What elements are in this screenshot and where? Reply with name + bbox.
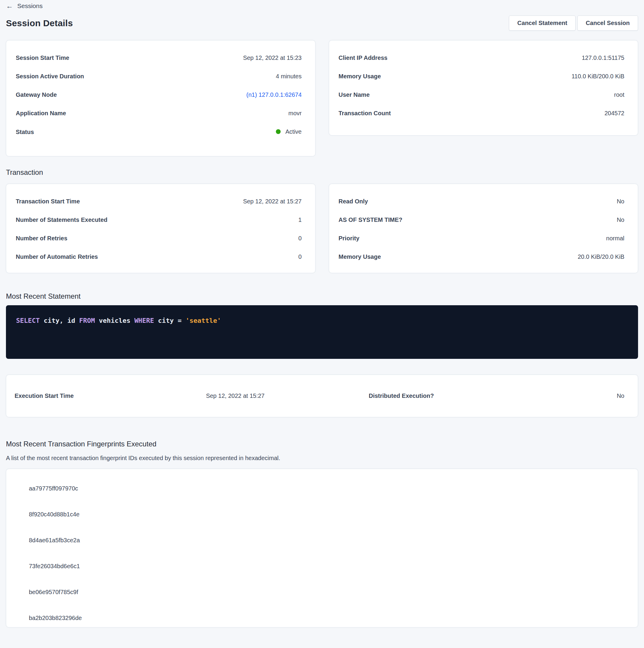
txn-row-start-time: Transaction Start Time Sep 12, 2022 at 1… [16,198,302,205]
txn-row-statements-executed: Number of Statements Executed 1 [16,216,302,223]
summary-row-status: Status Active [16,128,302,136]
row-value: movr [288,110,301,117]
arrow-left-icon: ← [6,2,13,9]
row-label: Status [16,128,34,136]
fingerprint-list-item: 8d4ae61a5fb3ce2a [6,527,638,553]
row-label: Priority [339,235,359,242]
row-value: 0 [298,235,301,242]
row-label: Application Name [16,110,66,117]
row-value: 4 minutes [276,73,302,80]
row-value: No [617,216,624,223]
summary-row-session-active-duration: Session Active Duration 4 minutes [16,73,302,80]
status-value: Active [276,128,301,135]
row-value: Sep 12, 2022 at 15:23 [243,54,302,61]
sql-string-literal: 'seattle' [186,317,221,324]
row-label: Session Start Time [16,54,69,61]
fingerprint-list-item: aa79775ff097970c [6,476,638,501]
row-label: Read Only [339,198,368,205]
row-value: normal [606,235,624,242]
cancel-statement-button[interactable]: Cancel Statement [509,15,576,31]
sql-text: vehicles [95,317,134,324]
txn-row-priority: Priority normal [339,235,625,242]
status-badge: Active [285,128,301,135]
row-value: root [614,91,624,98]
fingerprint-list-item: 8f920c40d88b1c4e [6,501,638,527]
sql-keyword: SELECT [16,317,40,324]
sql-keyword: FROM [79,317,95,324]
cancel-session-button[interactable]: Cancel Session [577,15,638,31]
summary-row-client-ip: Client IP Address 127.0.0.1:51175 [339,54,625,61]
back-link-label: Sessions [17,2,43,9]
row-label: Number of Automatic Retries [16,253,98,260]
title-bar: Session Details Cancel Statement Cancel … [6,15,638,31]
summary-row-transaction-count: Transaction Count 204572 [339,110,625,117]
summary-row-memory-usage: Memory Usage 110.0 KiB/200.0 KiB [339,73,625,80]
action-buttons: Cancel Statement Cancel Session [509,15,638,31]
transaction-section-heading: Transaction [6,168,638,177]
row-label: Number of Retries [16,235,67,242]
row-value: 110.0 KiB/200.0 KiB [571,73,624,80]
statement-section-heading: Most Recent Statement [6,292,638,301]
row-value: 127.0.0.1:51175 [582,54,624,61]
application-name-value: movr [288,110,301,117]
session-summary-row: Session Start Time Sep 12, 2022 at 15:23… [6,40,638,156]
transaction-card-left: Transaction Start Time Sep 12, 2022 at 1… [6,184,315,273]
row-label: Number of Statements Executed [16,216,107,223]
row-label: Transaction Count [339,110,391,117]
summary-row-session-start-time: Session Start Time Sep 12, 2022 at 15:23 [16,54,302,61]
summary-row-gateway-node: Gateway Node (n1) 127.0.0.1:62674 [16,91,302,98]
fingerprints-description: A list of the most recent transaction fi… [6,455,638,462]
row-label: User Name [339,91,370,98]
distributed-execution-value: No [434,392,624,399]
txn-row-memory-usage: Memory Usage 20.0 KiB/20.0 KiB [339,253,625,260]
distributed-execution-label: Distributed Execution? [265,392,434,399]
gateway-node-link[interactable]: (n1) 127.0.0.1:62674 [246,91,302,98]
status-active-dot-icon [276,129,281,134]
fingerprint-list-item: 73fe26034bd6e6c1 [6,553,638,579]
row-label: Memory Usage [339,253,381,260]
row-value: 204572 [604,110,624,117]
row-value: 0 [298,253,301,260]
sql-text: city = [154,317,186,324]
fingerprint-list-item: be06e9570f785c9f [6,579,638,605]
row-label: AS OF SYSTEM TIME? [339,216,402,223]
row-label: Session Active Duration [16,73,84,80]
execution-summary-card: Execution Start Time Sep 12, 2022 at 15:… [6,375,638,417]
execution-start-time-label: Execution Start Time [14,392,139,399]
row-label: Gateway Node [16,91,57,98]
txn-row-retries: Number of Retries 0 [16,235,302,242]
session-details-page: ← Sessions Session Details Cancel Statem… [0,0,644,648]
sql-keyword: WHERE [134,317,154,324]
row-label: Memory Usage [339,73,381,80]
txn-row-read-only: Read Only No [339,198,625,205]
row-value: No [617,198,624,205]
sql-statement: SELECT city, id FROM vehicles WHERE city… [16,317,221,324]
row-label: Client IP Address [339,54,388,61]
fingerprint-list: aa79775ff097970c 8f920c40d88b1c4e 8d4ae6… [6,476,638,628]
fingerprints-card: aa79775ff097970c 8f920c40d88b1c4e 8d4ae6… [6,469,638,628]
row-value: Sep 12, 2022 at 15:27 [243,198,302,205]
page-title: Session Details [6,18,73,28]
fingerprints-section-heading: Most Recent Transaction Fingerprints Exe… [6,440,638,448]
execution-start-time-value: Sep 12, 2022 at 15:27 [139,392,265,399]
summary-row-user-name: User Name root [339,91,625,98]
fingerprint-list-item: ba2b203b823296de [6,605,638,628]
sql-text: city, id [40,317,79,324]
row-value: 20.0 KiB/20.0 KiB [578,253,624,260]
transaction-summary-row: Transaction Start Time Sep 12, 2022 at 1… [6,184,638,273]
session-summary-card-right: Client IP Address 127.0.0.1:51175 Memory… [329,40,638,136]
txn-row-automatic-retries: Number of Automatic Retries 0 [16,253,302,260]
row-value: 1 [298,216,301,223]
back-to-sessions-link[interactable]: ← Sessions [6,0,43,9]
transaction-card-right: Read Only No AS OF SYSTEM TIME? No Prior… [329,184,638,273]
session-summary-card-left: Session Start Time Sep 12, 2022 at 15:23… [6,40,315,156]
txn-row-as-of-system-time: AS OF SYSTEM TIME? No [339,216,625,223]
sql-statement-box: SELECT city, id FROM vehicles WHERE city… [6,305,638,359]
summary-row-application-name: Application Name movr [16,110,302,117]
row-label: Transaction Start Time [16,198,80,205]
